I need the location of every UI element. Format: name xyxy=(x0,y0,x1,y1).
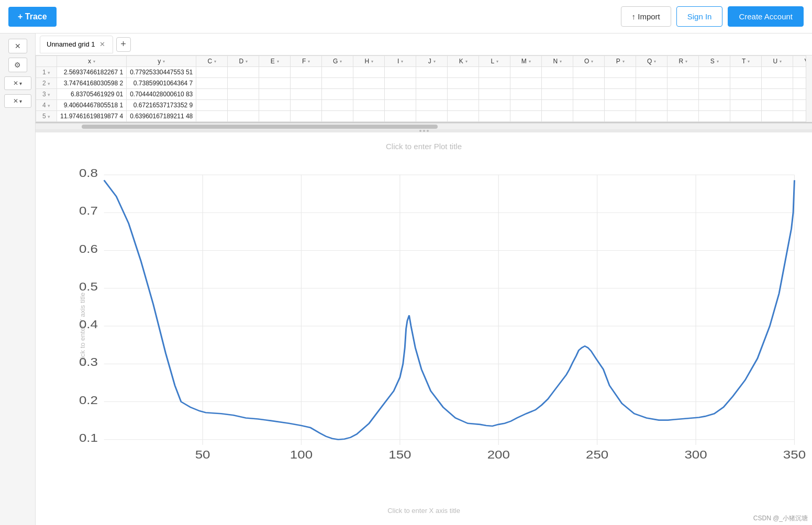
cell-empty[interactable] xyxy=(605,100,636,111)
col-header-g[interactable]: G ▾ xyxy=(322,56,353,67)
cell-empty[interactable] xyxy=(448,100,479,111)
cell-empty[interactable] xyxy=(542,67,573,78)
cell-empty[interactable] xyxy=(510,111,542,122)
cell-empty[interactable] xyxy=(259,89,291,100)
sidebar-chevron-2[interactable]: ✕ ▾ xyxy=(4,94,31,108)
cell-empty[interactable] xyxy=(291,67,322,78)
x-axis-title[interactable]: Click to enter X axis title xyxy=(36,507,812,515)
cell-empty[interactable] xyxy=(730,78,762,89)
grid-horizontal-scrollbar[interactable] xyxy=(36,123,812,129)
cell-empty[interactable] xyxy=(730,89,762,100)
cell-empty[interactable] xyxy=(730,67,762,78)
cell-empty[interactable] xyxy=(291,111,322,122)
cell-empty[interactable] xyxy=(291,100,322,111)
col-header-x[interactable]: x ▾ xyxy=(57,56,127,67)
cell-empty[interactable] xyxy=(762,100,793,111)
cell-empty[interactable] xyxy=(510,67,542,78)
cell-empty[interactable] xyxy=(259,78,291,89)
col-header-q[interactable]: Q ▾ xyxy=(636,56,668,67)
col-header-c[interactable]: C ▾ xyxy=(196,56,228,67)
cell-empty[interactable] xyxy=(196,89,228,100)
cell-empty[interactable] xyxy=(510,78,542,89)
cell-y[interactable]: 0.77925330447553 51 xyxy=(127,67,196,78)
col-header-y[interactable]: y ▾ xyxy=(127,56,196,67)
cell-y[interactable]: 0.63960167189211 48 xyxy=(127,111,196,122)
cell-empty[interactable] xyxy=(448,89,479,100)
cell-empty[interactable] xyxy=(699,100,730,111)
cell-x[interactable]: 11.97461619819877 4 xyxy=(57,111,127,122)
col-header-t[interactable]: T ▾ xyxy=(730,56,762,67)
col-header-n[interactable]: N ▾ xyxy=(542,56,573,67)
cell-empty[interactable] xyxy=(605,67,636,78)
cell-empty[interactable] xyxy=(636,78,668,89)
cell-empty[interactable] xyxy=(699,67,730,78)
cell-empty[interactable] xyxy=(228,100,259,111)
col-header-e[interactable]: E ▾ xyxy=(259,56,291,67)
col-header-s[interactable]: S ▾ xyxy=(699,56,730,67)
col-header-i[interactable]: I ▾ xyxy=(385,56,416,67)
cell-empty[interactable] xyxy=(510,89,542,100)
cell-empty[interactable] xyxy=(322,100,353,111)
cell-empty[interactable] xyxy=(636,111,668,122)
cell-empty[interactable] xyxy=(510,100,542,111)
cell-empty[interactable] xyxy=(668,111,699,122)
cell-empty[interactable] xyxy=(448,78,479,89)
cell-empty[interactable] xyxy=(479,100,510,111)
grid-scrollbar-right[interactable] xyxy=(806,55,812,122)
cell-empty[interactable] xyxy=(259,111,291,122)
cell-empty[interactable] xyxy=(196,111,228,122)
cell-empty[interactable] xyxy=(228,67,259,78)
cell-empty[interactable] xyxy=(605,78,636,89)
col-header-f[interactable]: F ▾ xyxy=(291,56,322,67)
cell-x[interactable]: 9.40604467805518 1 xyxy=(57,100,127,111)
cell-empty[interactable] xyxy=(573,67,605,78)
col-header-h[interactable]: H ▾ xyxy=(353,56,385,67)
tab-add-button[interactable]: + xyxy=(116,37,131,52)
tab-close-icon[interactable]: ✕ xyxy=(98,40,106,48)
cell-empty[interactable] xyxy=(573,89,605,100)
cell-empty[interactable] xyxy=(668,67,699,78)
cell-empty[interactable] xyxy=(196,67,228,78)
cell-empty[interactable] xyxy=(353,111,385,122)
cell-empty[interactable] xyxy=(385,78,416,89)
cell-empty[interactable] xyxy=(730,100,762,111)
cell-empty[interactable] xyxy=(573,100,605,111)
trace-button[interactable]: + Trace xyxy=(8,7,57,27)
cell-empty[interactable] xyxy=(448,67,479,78)
cell-empty[interactable] xyxy=(699,89,730,100)
cell-empty[interactable] xyxy=(668,78,699,89)
cell-empty[interactable] xyxy=(668,89,699,100)
cell-empty[interactable] xyxy=(542,78,573,89)
cell-x[interactable]: 6.83705461929 01 xyxy=(57,89,127,100)
cell-empty[interactable] xyxy=(322,89,353,100)
cell-y[interactable]: 0.67216537173352 9 xyxy=(127,100,196,111)
cell-empty[interactable] xyxy=(762,67,793,78)
col-header-m[interactable]: M ▾ xyxy=(510,56,542,67)
cell-empty[interactable] xyxy=(291,89,322,100)
cell-empty[interactable] xyxy=(542,89,573,100)
cell-y[interactable]: 0.73859901064364 7 xyxy=(127,78,196,89)
signin-button[interactable]: Sign In xyxy=(676,6,723,27)
col-header-r[interactable]: R ▾ xyxy=(668,56,699,67)
col-header-j[interactable]: J ▾ xyxy=(416,56,448,67)
cell-empty[interactable] xyxy=(353,67,385,78)
cell-empty[interactable] xyxy=(228,78,259,89)
cell-empty[interactable] xyxy=(762,111,793,122)
cell-empty[interactable] xyxy=(605,89,636,100)
cell-empty[interactable] xyxy=(385,111,416,122)
cell-empty[interactable] xyxy=(730,111,762,122)
cell-empty[interactable] xyxy=(479,89,510,100)
cell-empty[interactable] xyxy=(228,89,259,100)
cell-empty[interactable] xyxy=(259,100,291,111)
cell-empty[interactable] xyxy=(291,78,322,89)
cell-y[interactable]: 0.70444028000610 83 xyxy=(127,89,196,100)
col-header-d[interactable]: D ▾ xyxy=(228,56,259,67)
scrollbar-thumb[interactable] xyxy=(82,125,438,129)
cell-empty[interactable] xyxy=(448,111,479,122)
cell-empty[interactable] xyxy=(196,78,228,89)
cell-empty[interactable] xyxy=(385,67,416,78)
col-header-p[interactable]: P ▾ xyxy=(605,56,636,67)
cell-empty[interactable] xyxy=(542,100,573,111)
cell-empty[interactable] xyxy=(699,78,730,89)
cell-empty[interactable] xyxy=(416,78,448,89)
